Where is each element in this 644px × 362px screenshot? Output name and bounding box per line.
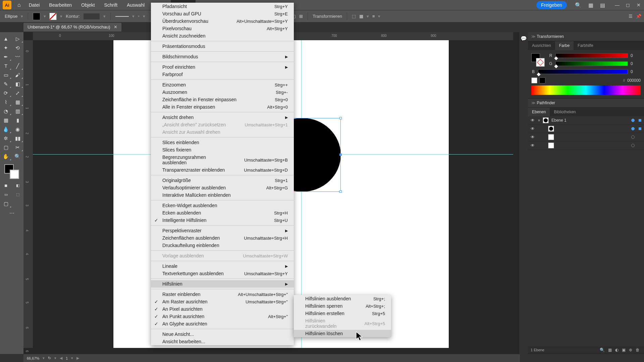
black-swatch[interactable] <box>539 77 545 83</box>
edit-toolbar-icon[interactable]: ⋯ <box>0 208 23 217</box>
tab-farbe[interactable]: Farbe <box>555 41 574 50</box>
brush-tool[interactable]: 🖌 <box>12 70 23 79</box>
gradient-tool[interactable]: ▮ <box>12 116 23 125</box>
scale-tool[interactable]: ⤢ <box>12 88 23 98</box>
vertical-ruler[interactable]: 0 1 1 2 2 3 3 4 4 5 5 6 6 <box>23 40 33 348</box>
menu-item[interactable]: EinzoomenStrg++ <box>151 81 294 88</box>
menu-item[interactable]: Transparenzraster einblendenUmschalttast… <box>151 166 294 174</box>
color-mode-icon[interactable]: ◼ <box>0 181 12 190</box>
stroke-color-swatch[interactable] <box>10 170 19 179</box>
menu-item[interactable]: Hilfslinien▶ <box>151 280 294 288</box>
magic-wand-tool[interactable]: ✦ <box>0 43 12 52</box>
menu-item[interactable]: Perspektivenraster▶ <box>151 227 294 234</box>
transform-panel-title[interactable]: ≫ Transformieren <box>528 32 644 41</box>
draw-normal-icon[interactable]: ▭ <box>0 190 12 199</box>
menu-item[interactable]: Hilfslinien ausblendenStrg+; <box>294 295 391 302</box>
menu-item[interactable]: Ecken ausblendenStrg+H <box>151 209 294 217</box>
type-tool[interactable]: T <box>0 61 12 70</box>
tab-ausrichten[interactable]: Ausrichten <box>528 41 555 50</box>
r-value[interactable]: 0 <box>631 53 641 58</box>
workspace-icon[interactable]: ▤ <box>600 2 605 8</box>
constrain-icon[interactable]: ⊞ <box>299 14 303 19</box>
layer-row[interactable]: 👁 <box>528 133 644 141</box>
menu-item[interactable]: Slices fixieren <box>151 146 294 154</box>
menu-item[interactable]: AuszoomenStrg+- <box>151 88 294 96</box>
tab-ebenen[interactable]: Ebenen <box>528 108 550 116</box>
shape-builder-tool[interactable]: ◔ <box>0 107 12 116</box>
menu-item[interactable]: ÜberdruckenvorschauAlt+Umschalttaste+Str… <box>151 17 294 25</box>
direct-selection-tool[interactable]: ▷ <box>12 34 23 43</box>
menu-objekt[interactable]: Objekt <box>76 0 99 10</box>
layer-row[interactable]: 👁 <box>528 141 644 150</box>
new-layer-icon[interactable]: ⊕ <box>629 348 632 352</box>
close-tab-icon[interactable]: ✕ <box>114 23 117 32</box>
menu-item[interactable]: Farbproof <box>151 71 294 78</box>
menu-item[interactable]: Hilfslinien sperrenAlt+Strg+; <box>294 302 391 310</box>
menu-datei[interactable]: Datei <box>24 0 45 10</box>
arrange-icon-2[interactable]: ≡ <box>372 14 375 19</box>
comments-icon[interactable]: 💬 <box>521 36 527 42</box>
arrange-icon[interactable]: ▦ <box>588 2 593 8</box>
white-swatch[interactable] <box>531 77 537 83</box>
menu-item[interactable]: Ansicht drehen▶ <box>151 114 294 121</box>
menu-item[interactable]: Lineale▶ <box>151 262 294 270</box>
menu-item[interactable]: ✓An Punkt ausrichtenAlt+Strg+" <box>151 313 294 320</box>
color-spectrum[interactable] <box>531 85 641 95</box>
menu-item[interactable]: ✓Am Raster ausrichtenUmschalttaste+Strg+… <box>151 298 294 305</box>
rectangle-tool[interactable]: ▭ <box>0 70 12 79</box>
line-tool[interactable]: ╱ <box>12 61 23 70</box>
rotate-tool[interactable]: ⟳ <box>0 88 12 98</box>
gradient-mode-icon[interactable]: ◧ <box>12 181 23 190</box>
menu-schrift[interactable]: Schrift <box>100 0 122 10</box>
menu-item[interactable]: Druckaufteilung einblenden <box>151 242 294 249</box>
menu-item[interactable]: Alle in Fenster einpassenAlt+Strg+0 <box>151 103 294 111</box>
tab-bibliotheken[interactable]: Bibliotheken <box>550 108 580 116</box>
menu-item[interactable]: OriginalgrößeStrg+1 <box>151 177 294 184</box>
menu-item[interactable]: Proof einrichten▶ <box>151 63 294 71</box>
menu-item[interactable]: Bildschirmmodus▶ <box>151 53 294 60</box>
curvature-tool[interactable]: 〰 <box>12 52 23 61</box>
menu-item[interactable]: Präsentationsmodus <box>151 43 294 50</box>
expand-icon[interactable]: ▾ <box>538 118 540 123</box>
menu-item[interactable]: ✓Intelligente HilfslinienStrg+U <box>151 217 294 224</box>
graph-tool[interactable]: ▮▮ <box>12 134 23 143</box>
menu-item[interactable]: Zeichenflächen ausblendenUmschalttaste+S… <box>151 234 294 242</box>
panel-stroke-swatch[interactable] <box>536 58 545 67</box>
eraser-tool[interactable]: ◧ <box>12 79 23 88</box>
menu-item[interactable]: Slices einblenden <box>151 139 294 146</box>
isolate-icon[interactable]: ⬚ <box>352 14 356 19</box>
document-tab[interactable]: Unbenannt-1* @ 66,67 % (RGB/Vorschau) ✕ <box>23 23 121 32</box>
delete-layer-icon[interactable]: 🗑 <box>636 348 640 352</box>
target-icon[interactable] <box>631 144 635 147</box>
menu-item[interactable]: ✓An Pixel ausrichten <box>151 305 294 313</box>
rotate-view-icon[interactable]: ↻ <box>48 356 51 360</box>
app-logo-icon[interactable]: Ai <box>3 1 11 9</box>
menu-item[interactable]: Neue Ansicht... <box>151 330 294 338</box>
visibility-icon[interactable]: 👁 <box>531 118 535 123</box>
menu-item[interactable]: Verlaufsoptimierer ausblendenAlt+Strg+G <box>151 184 294 191</box>
menu-item[interactable]: Ansicht bearbeiten... <box>151 338 294 345</box>
artboard-nav[interactable]: 1 <box>66 356 68 360</box>
shaper-tool[interactable]: ✎ <box>0 79 12 88</box>
b-value[interactable]: 0 <box>631 69 641 74</box>
fill-swatch[interactable] <box>33 13 40 20</box>
minimize-icon[interactable]: — <box>612 2 623 8</box>
layer-row[interactable]: 👁 <box>528 125 644 133</box>
menu-item[interactable]: PfadansichtStrg+Y <box>151 3 294 10</box>
symbol-tool[interactable]: ✲ <box>0 134 12 143</box>
menu-item[interactable]: Begrenzungsrahmen ausblendenUmschalttast… <box>151 154 294 166</box>
menu-auswahl[interactable]: Auswahl <box>122 0 149 10</box>
free-transform-tool[interactable]: ▦ <box>12 98 23 107</box>
visibility-icon[interactable]: 👁 <box>531 126 535 131</box>
collect-icon[interactable]: ▦ <box>608 348 612 352</box>
maximize-icon[interactable]: ◻ <box>623 2 633 8</box>
pin-icon[interactable]: 📌 <box>636 14 641 19</box>
visibility-icon[interactable]: 👁 <box>531 143 535 148</box>
new-sublayer-icon[interactable]: ▣ <box>622 348 626 352</box>
menu-item[interactable]: Interaktive Mallücken einblenden <box>151 191 294 199</box>
menu-bearbeiten[interactable]: Bearbeiten <box>44 0 76 10</box>
menu-item[interactable]: Ecken-Widget ausblenden <box>151 202 294 209</box>
mask-icon[interactable]: ◐ <box>615 348 619 352</box>
target-icon[interactable] <box>631 135 635 139</box>
blend-tool[interactable]: ◉ <box>12 125 23 134</box>
